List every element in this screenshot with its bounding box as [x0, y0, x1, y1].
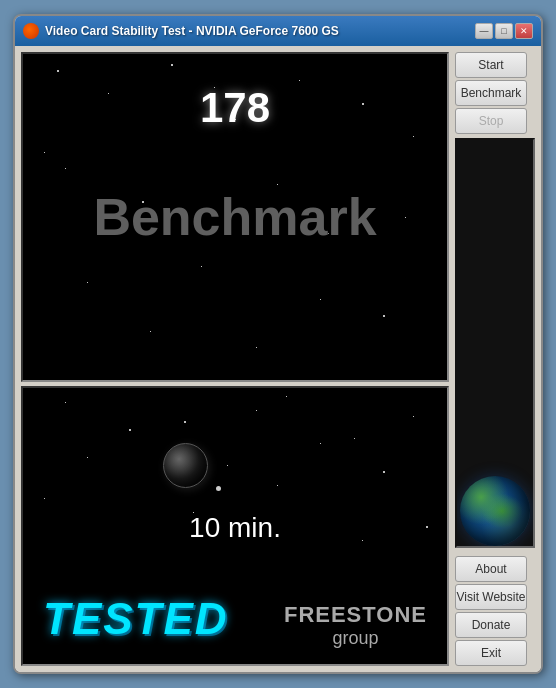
benchmark-number: 178 — [200, 84, 270, 132]
minimize-button[interactable]: — — [475, 23, 493, 39]
title-bar-left: Video Card Stability Test - NVIDIA GeFor… — [23, 23, 339, 39]
close-button[interactable]: ✕ — [515, 23, 533, 39]
window-title: Video Card Stability Test - NVIDIA GeFor… — [45, 24, 339, 38]
sidebar-bottom-buttons: About Visit Website Donate Exit — [455, 556, 535, 666]
earth-globe — [460, 476, 530, 546]
stop-button[interactable]: Stop — [455, 108, 527, 134]
main-window: Video Card Stability Test - NVIDIA GeFor… — [13, 14, 543, 674]
planet-object — [163, 443, 213, 493]
benchmark-button[interactable]: Benchmark — [455, 80, 527, 106]
benchmark-label: Benchmark — [93, 187, 376, 247]
window-body: 178 Benchmark — [15, 46, 541, 672]
title-bar: Video Card Stability Test - NVIDIA GeFor… — [15, 16, 541, 46]
time-display: 10 min. — [189, 512, 281, 544]
app-icon — [23, 23, 39, 39]
exit-button[interactable]: Exit — [455, 640, 527, 666]
window-controls: — □ ✕ — [475, 23, 533, 39]
tested-label: TESTED — [43, 594, 229, 644]
about-button[interactable]: About — [455, 556, 527, 582]
planet-dot — [216, 486, 221, 491]
maximize-button[interactable]: □ — [495, 23, 513, 39]
freestone-group: FREESTONE group — [284, 602, 427, 649]
bottom-canvas: 10 min. TESTED FREESTONE group — [21, 386, 449, 666]
sidebar: Start Benchmark Stop About Visit Website… — [455, 52, 535, 666]
donate-button[interactable]: Donate — [455, 612, 527, 638]
freestone-line2: group — [284, 628, 427, 649]
start-button[interactable]: Start — [455, 52, 527, 78]
visit-website-button[interactable]: Visit Website — [455, 584, 527, 610]
main-area: 178 Benchmark — [21, 52, 449, 666]
planet-sphere — [163, 443, 208, 488]
sidebar-top-buttons: Start Benchmark Stop — [455, 52, 535, 134]
freestone-line1: FREESTONE — [284, 602, 427, 628]
top-canvas: 178 Benchmark — [21, 52, 449, 382]
earth-display — [455, 138, 535, 548]
